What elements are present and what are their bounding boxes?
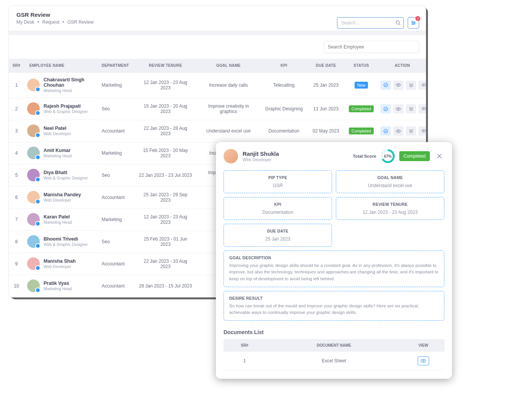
comment-icon[interactable] (418, 126, 426, 136)
action-buttons (381, 126, 426, 136)
svg-rect-20 (422, 130, 425, 132)
employee-name: Amit Kumar (44, 148, 72, 153)
card-header: GSR Review My Desk • Request • GSR Revie… (9, 6, 426, 25)
cell-sr: 3 (9, 120, 24, 142)
docs-table: SR# DOCUMENT NAME VIEW 1 Excel Sheet (224, 339, 444, 370)
employee-role: Marketing Head (44, 153, 72, 158)
comment-icon[interactable] (418, 104, 426, 113)
tenure-label: REVIEW TENURE (340, 202, 440, 207)
cell-dept: Marketing (99, 208, 135, 231)
action-buttons (381, 104, 426, 113)
cell-tenure: 22 Jan 2023 - 28 Aug 2023 (135, 120, 196, 142)
table-row: 1 Chakravarti Singh Chouhan Marketing He… (9, 73, 426, 98)
trash-icon[interactable] (406, 104, 416, 113)
doc-col-view: VIEW (402, 339, 444, 352)
cell-dept: Seo (99, 164, 135, 186)
cell-dept: Marketing (99, 73, 135, 98)
total-score-label: Total Score (353, 154, 376, 158)
tenure-box: REVIEW TENURE 12 Jan 2023 - 23 Aug 2023 (336, 197, 444, 220)
cell-tenure: 15 Jan 2023 - 20 Aug 2023 (135, 98, 196, 120)
cell-action (378, 120, 426, 142)
col-due: DUE DATE (307, 59, 345, 73)
goal-name-box: GOAL NAME Understand excel use (336, 170, 444, 193)
cell-status: Completed (345, 120, 378, 142)
filter-button[interactable]: 7 (408, 17, 419, 29)
detail-header: Ranjit Shukla Web Developer Total Score … (224, 149, 444, 163)
detail-role: Web Developer (243, 157, 279, 162)
cell-dept: Accountant (99, 120, 135, 142)
search-input[interactable] (337, 17, 404, 29)
cell-dept: Seo (99, 231, 135, 253)
employee-name: Pratik Vyas (44, 281, 72, 286)
eye-icon[interactable] (393, 81, 403, 90)
crumb-0[interactable]: My Desk (16, 19, 34, 25)
status-badge: Completed (349, 105, 374, 112)
avatar (27, 169, 40, 181)
view-button[interactable] (418, 356, 429, 365)
pip-type-label: PIP TYPE (228, 175, 328, 180)
emp-search-row (9, 35, 426, 59)
doc-name: Excel Sheet (266, 352, 402, 370)
col-employee: EMPLOYEE NAME (24, 59, 99, 73)
detail-name: Ranjit Shukla (243, 150, 279, 157)
cell-sr: 8 (9, 231, 24, 253)
crumb-1[interactable]: Request (42, 19, 60, 25)
svg-point-35 (423, 360, 424, 362)
svg-point-5 (412, 21, 413, 22)
avatar (27, 257, 40, 270)
cell-employee: Pratik Vyas Marketing Head (24, 275, 99, 297)
goal-desc-label: GOAL DESCRIPTION (229, 255, 439, 260)
cell-due: 11 Jun 2023 (307, 98, 345, 120)
avatar (27, 213, 40, 226)
comment-icon[interactable] (418, 81, 426, 90)
cell-kpi: Graphic Designing (261, 98, 307, 120)
eye-icon[interactable] (393, 104, 403, 113)
crumb-2[interactable]: GSR Review (67, 19, 94, 25)
status-badge: New (355, 82, 368, 89)
cell-sr: 5 (9, 164, 24, 186)
kpi-box: KPI Documentation (224, 197, 332, 220)
check-icon[interactable] (381, 81, 391, 90)
due-label: DUE DATE (228, 229, 328, 233)
top-right: 7 (337, 17, 419, 29)
score-value: 67% (383, 151, 393, 161)
check-icon[interactable] (381, 104, 391, 113)
doc-col-sr: SR# (224, 339, 266, 352)
trash-icon[interactable] (406, 81, 416, 90)
doc-row: 1 Excel Sheet (224, 352, 444, 370)
svg-line-1 (399, 24, 400, 25)
employee-role: Web & Graphic Designer (44, 109, 88, 114)
eye-icon[interactable] (393, 126, 403, 136)
svg-rect-15 (422, 108, 425, 110)
col-action: ACTION (378, 59, 426, 73)
employee-role: Web & Graphic Designer (44, 176, 88, 180)
col-status: STATUS (345, 59, 378, 73)
avatar (27, 124, 40, 137)
col-kpi: KPI (261, 59, 307, 73)
svg-point-6 (414, 23, 415, 24)
close-icon[interactable] (434, 153, 444, 160)
cell-sr: 4 (9, 142, 24, 164)
cell-tenure: 15 Feb 2023 - 20 May 2023 (135, 142, 196, 164)
cell-tenure: 25 Feb 2023 - 01 Jun 2023 (135, 231, 196, 253)
cell-sr: 7 (9, 208, 24, 231)
desire-box: DESIRE RESULT So how can break out of th… (224, 291, 444, 321)
check-icon[interactable] (381, 126, 391, 136)
cell-status: Completed (345, 98, 378, 120)
doc-col-name: DOCUMENT NAME (266, 339, 402, 352)
cell-goal: Understand excel use (196, 120, 261, 142)
employee-role: Web & Graphic Designer (44, 242, 88, 247)
trash-icon[interactable] (406, 126, 416, 136)
notif-badge: 7 (415, 16, 420, 21)
due-box: DUE DATE 25 Jan 2023 (224, 224, 332, 247)
avatar (27, 279, 40, 292)
goal-name-value: Understand excel use (340, 183, 440, 188)
tenure-value: 12 Jan 2023 - 23 Aug 2023 (340, 210, 440, 215)
cell-sr: 1 (9, 73, 24, 98)
col-tenure: REVIEW TENURE (135, 59, 196, 73)
cell-employee: Bhoomi Trivedi Web & Graphic Designer (24, 231, 99, 253)
search-wrap (337, 17, 404, 29)
cell-sr: 9 (9, 253, 24, 275)
employee-search-input[interactable] (324, 41, 419, 53)
goal-name-label: GOAL NAME (340, 175, 440, 180)
